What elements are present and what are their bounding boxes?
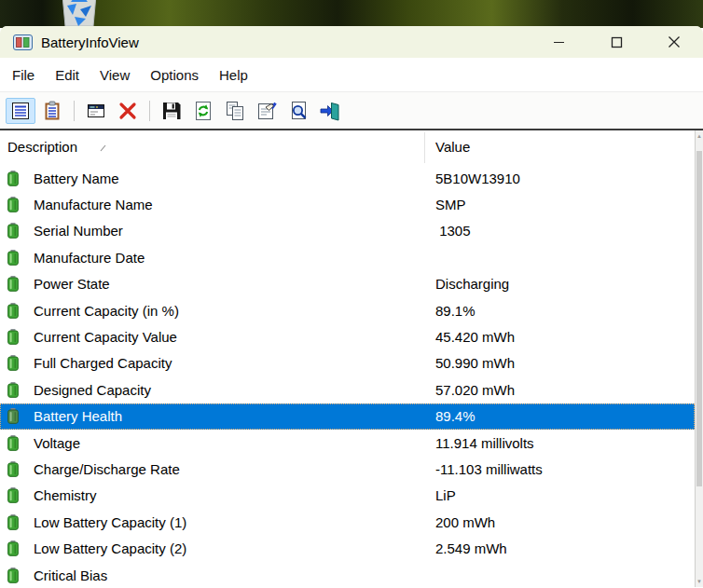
menu-item-help[interactable]: Help <box>209 61 258 89</box>
battery-icon <box>7 487 19 503</box>
table-row[interactable]: Full Charged Capacity 50.990 mWh <box>0 350 695 376</box>
screen: BatteryInfoView File Edit View Options H… <box>0 0 703 588</box>
table-row[interactable]: Low Battery Capacity (1) 200 mWh <box>0 509 695 535</box>
battery-log-view-button[interactable] <box>37 98 67 124</box>
list-header: Description Value <box>0 130 703 165</box>
copy-icon <box>224 101 246 121</box>
list-view: Description Value Battery Name 5B10W1391… <box>0 130 703 587</box>
delete-button[interactable] <box>113 98 143 124</box>
window-controls <box>530 26 703 58</box>
table-row[interactable]: Low Battery Capacity (2) 2.549 mWh <box>0 535 695 561</box>
battery-log-view-icon <box>41 101 63 121</box>
battery-icon <box>7 514 19 530</box>
column-header-description[interactable]: Description <box>7 139 106 155</box>
close-button[interactable] <box>645 26 703 58</box>
row-label: Battery Health <box>34 408 435 424</box>
table-row[interactable]: Current Capacity Value 45.420 mWh <box>0 323 695 349</box>
battery-icon <box>7 461 19 477</box>
row-value: 57.020 mWh <box>435 382 515 398</box>
battery-icon <box>7 250 19 266</box>
row-value: 89.1% <box>435 303 476 319</box>
battery-icon <box>7 197 19 212</box>
battery-icon <box>7 567 19 583</box>
menu-item-file[interactable]: File <box>2 61 45 89</box>
row-label: Serial Number <box>34 223 435 239</box>
column-header-value[interactable]: Value <box>435 139 470 155</box>
battery-icon <box>7 171 19 186</box>
row-label: Critical Bias <box>34 567 435 583</box>
find-button[interactable] <box>283 98 313 124</box>
refresh-button[interactable] <box>188 98 218 124</box>
column-header-value-label: Value <box>435 139 470 155</box>
refresh-icon <box>192 101 214 121</box>
rows-container: Battery Name 5B10W13910 Manufacture Name… <box>0 165 695 588</box>
row-label: Designed Capacity <box>34 382 435 398</box>
row-label: Low Battery Capacity (2) <box>34 540 435 556</box>
toolbar <box>0 92 703 129</box>
properties-icon <box>255 101 278 121</box>
row-label: Manufacture Name <box>34 197 435 212</box>
row-label: Low Battery Capacity (1) <box>34 514 435 530</box>
row-label: Power State <box>34 276 435 292</box>
battery-info-window: BatteryInfoView File Edit View Options H… <box>0 26 703 588</box>
battery-icon <box>7 408 19 424</box>
row-label: Current Capacity Value <box>34 329 435 345</box>
app-icon <box>13 34 33 50</box>
row-value: 200 mWh <box>435 514 495 530</box>
save-icon <box>160 101 183 121</box>
scrollbar-thumb[interactable] <box>696 151 702 486</box>
row-value: SMP <box>435 197 466 212</box>
battery-icon <box>7 303 19 319</box>
recycle-bin-icon[interactable] <box>54 0 104 28</box>
column-header-description-label: Description <box>7 139 77 155</box>
save-button[interactable] <box>157 98 186 124</box>
table-row[interactable]: Current Capacity (in %) 89.1% <box>0 297 695 323</box>
row-value: 1305 <box>435 223 471 239</box>
table-row[interactable]: Manufacture Date <box>0 244 695 270</box>
menu-item-view[interactable]: View <box>90 61 140 89</box>
table-row[interactable]: Critical Bias <box>0 562 695 588</box>
find-icon <box>287 101 310 121</box>
minimize-button[interactable] <box>530 26 587 58</box>
row-label: Voltage <box>34 435 435 451</box>
row-value: 5B10W13910 <box>435 171 520 186</box>
row-value: Discharging <box>435 276 509 292</box>
table-row[interactable]: Power State Discharging <box>0 271 695 297</box>
battery-icon <box>7 382 19 398</box>
battery-icon <box>7 355 19 371</box>
table-row[interactable]: Charge/Discharge Rate -11.103 milliwatts <box>0 456 695 482</box>
choose-columns-button[interactable] <box>81 98 111 124</box>
row-value: 89.4% <box>435 408 476 424</box>
row-value: -11.103 milliwatts <box>435 461 543 477</box>
exit-icon <box>319 101 341 121</box>
table-row[interactable]: Battery Name 5B10W13910 <box>0 165 695 191</box>
vertical-scrollbar[interactable]: ▲ ▼ <box>695 130 703 587</box>
sort-ascending-icon <box>100 144 106 152</box>
table-row[interactable]: Designed Capacity 57.020 mWh <box>0 376 695 403</box>
row-value: LiP <box>435 487 456 503</box>
column-divider[interactable] <box>424 132 425 163</box>
properties-button[interactable] <box>252 98 282 124</box>
titlebar: BatteryInfoView <box>0 26 703 58</box>
exit-button[interactable] <box>315 98 345 124</box>
row-label: Current Capacity (in %) <box>34 303 435 319</box>
row-value: 2.549 mWh <box>435 540 507 556</box>
menu-item-options[interactable]: Options <box>140 61 209 89</box>
maximize-button[interactable] <box>587 26 645 58</box>
row-label: Full Charged Capacity <box>34 355 435 371</box>
table-row[interactable]: Battery Health 89.4% <box>0 403 695 430</box>
window-title: BatteryInfoView <box>41 34 139 50</box>
table-row[interactable]: Chemistry LiP <box>0 483 695 509</box>
menu-item-edit[interactable]: Edit <box>45 61 90 89</box>
toolbar-separator <box>74 101 75 121</box>
scroll-up-icon[interactable]: ▲ <box>696 131 703 141</box>
copy-button[interactable] <box>220 98 250 124</box>
battery-info-view-button[interactable] <box>6 98 35 124</box>
delete-icon <box>117 101 139 121</box>
scroll-down-icon[interactable]: ▼ <box>696 577 703 586</box>
table-row[interactable]: Manufacture Name SMP <box>0 191 695 217</box>
table-row[interactable]: Serial Number 1305 <box>0 218 695 244</box>
row-value: 50.990 mWh <box>435 355 515 371</box>
table-row[interactable]: Voltage 11.914 millivolts <box>0 430 695 456</box>
battery-icon <box>7 540 19 556</box>
